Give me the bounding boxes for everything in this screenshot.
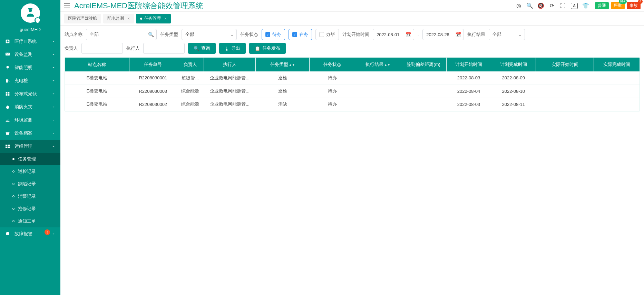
owner-input[interactable] [81,43,123,54]
date-from-input[interactable] [373,29,414,40]
table-row[interactable]: E楼变电站R2208030001超级管...企业微电网能源管...巡检待办202… [65,71,640,85]
col-header[interactable]: 任务类型▲▼ [256,58,310,71]
submenu-repair[interactable]: 抢修记录 [0,203,60,215]
cell: 综合能源 [177,98,204,111]
col-header[interactable]: 实际完成时间 [594,58,640,71]
cell [536,85,594,98]
badge-label: 事故 [630,3,638,8]
cell [401,98,446,111]
submenu-workorder[interactable]: 通知工单 [0,215,60,227]
refresh-icon[interactable]: ⟳ [549,3,555,9]
menu-smart-lighting[interactable]: 智能照明 [0,61,60,74]
menu-label: 运维管理 [14,143,51,149]
submenu-clear-alarm[interactable]: 消警记录 [0,190,60,203]
export-button[interactable]: ⭳导出 [219,43,246,54]
svg-rect-11 [6,94,8,96]
cell [594,98,640,111]
dot-icon [12,183,14,185]
col-header[interactable]: 站点名称 [65,58,129,71]
chevron-down-icon [51,118,56,122]
theme-icon[interactable]: 👕 [583,3,589,9]
menu-fire[interactable]: 消防火灾 [0,100,60,114]
publish-button[interactable]: 📋任务发布 [249,43,286,54]
tab-power-monitor[interactable]: 配电监测× [103,14,134,23]
menu-archive[interactable]: 设备档案 [0,127,60,140]
chevron-down-icon [51,92,56,96]
search-icon[interactable]: 🔍 [527,3,533,9]
table-row[interactable]: E楼变电站R2208030003综合能源企业微电网能源管...巡检待办2022-… [65,85,640,98]
badge-severe[interactable]: 严重99+ [611,2,625,9]
menu-pv[interactable]: 分布式光伏 [0,87,60,100]
cell: 企业微电网能源管... [204,71,255,85]
submenu-task-mgmt[interactable]: 任务管理 [0,153,60,165]
menu-alarm[interactable]: 故障报警 ! [0,227,60,240]
col-header[interactable]: 任务状态 [310,58,355,71]
tab-task-mgmt[interactable]: 任务管理× [136,14,171,23]
col-header[interactable]: 执行人 [204,58,255,71]
input-owner[interactable] [81,43,123,54]
menu-label: 设备档案 [14,130,51,136]
alert-badge: ! [45,229,50,235]
cell: R2208030001 [129,71,177,85]
dot-icon [12,158,14,160]
select-result[interactable]: ⌄ [489,29,525,40]
checkbox-pending[interactable]: ✓待办 [262,29,285,40]
col-header[interactable]: 执行结果▲▼ [355,58,401,71]
menu-label: 充电桩 [14,78,51,84]
submenu-inspect[interactable]: 巡检记录 [0,165,60,178]
col-header[interactable]: 负责人 [177,58,204,71]
close-icon[interactable]: × [127,16,130,21]
nav-menu: 医疗IT系统 设备监测 智能照明 充电桩 分布式光伏 [0,35,60,295]
submenu-defect[interactable]: 缺陷记录 [0,178,60,190]
menu-medical-it[interactable]: 医疗IT系统 [0,35,60,48]
cell: 2022-08-03 [446,98,491,111]
user-circle-icon[interactable]: ◎ [516,3,522,9]
archive-icon [5,130,10,136]
close-icon[interactable]: × [164,16,167,21]
cell: 2022-08-03 [446,71,491,85]
cell: 巡检 [256,71,310,85]
mute-icon[interactable]: 🔇 [538,3,544,9]
type-select[interactable] [182,29,237,40]
menu-env[interactable]: 环境监测 [0,114,60,127]
query-button[interactable]: 🔍查询 [188,43,216,54]
tab-dashboard[interactable]: 医院管理驾驶舱 [64,14,101,23]
select-type[interactable]: ⌄ [182,29,237,40]
col-header[interactable]: 计划完成时间 [491,58,536,71]
date-to[interactable]: 📅 [422,29,464,40]
col-header[interactable]: 实际开始时间 [536,58,594,71]
badge-normal[interactable]: 普通 [595,2,609,9]
menu-ops[interactable]: 运维管理 [0,140,60,153]
col-header[interactable]: 任务单号 [129,58,177,71]
date-to-input[interactable] [422,29,464,40]
table-header-row: 站点名称任务单号负责人执行人任务类型▲▼任务状态执行结果▲▼签到偏差距离(m)计… [65,58,640,71]
col-header[interactable]: 计划开始时间 [446,58,491,71]
checkbox-done[interactable]: 办毕 [315,29,339,40]
font-size-icon[interactable]: A [571,3,578,9]
executor-input[interactable] [143,43,185,54]
submenu-label: 抢修记录 [18,206,36,212]
input-executor[interactable] [143,43,185,54]
download-icon: ⭳ [225,46,229,51]
menu-device-monitor[interactable]: 设备监测 [0,48,60,61]
label-executor: 执行人 [126,45,140,51]
result-select[interactable] [489,29,525,40]
badge-accident[interactable]: 事故4 [627,2,641,9]
menu-charging[interactable]: 充电桩 [0,74,60,87]
hamburger-icon[interactable] [64,3,70,8]
fire-icon [5,104,10,110]
avatar[interactable] [21,3,40,23]
tab-label: 医院管理驾驶舱 [68,16,97,21]
site-input[interactable] [86,29,157,40]
table-row[interactable]: E楼变电站R2208030002综合能源企业微电网能源管...消缺待办2022-… [65,98,640,111]
date-from[interactable]: 📅 [373,29,414,40]
fullscreen-icon[interactable]: ⛶ [560,3,566,9]
checkbox-doing[interactable]: ✓在办 [289,29,312,40]
input-site[interactable]: 🔍 [86,29,157,40]
cell [536,71,594,85]
chevron-down-icon [51,79,56,83]
cell: 待办 [310,85,355,98]
cell: 企业微电网能源管... [204,85,255,98]
cell: R2208030002 [129,98,177,111]
col-header[interactable]: 签到偏差距离(m) [401,58,446,71]
